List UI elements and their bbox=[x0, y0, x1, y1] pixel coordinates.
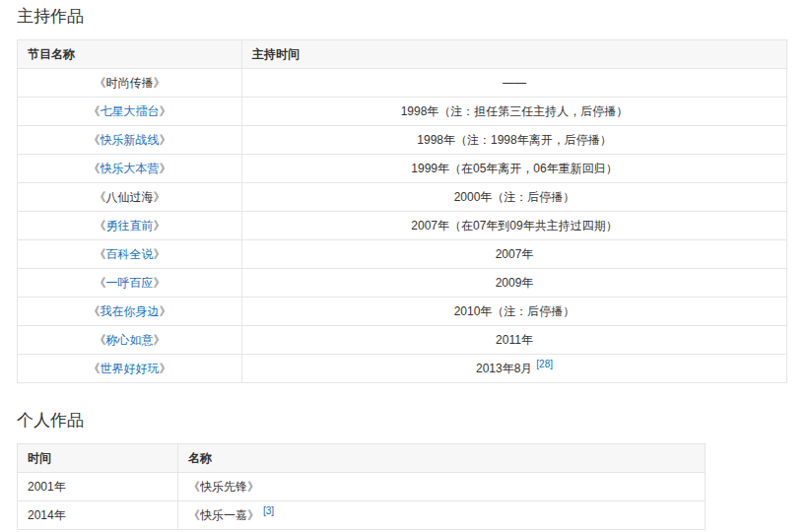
cell-text: 1998年（注：担任第三任主持人，后停播） bbox=[401, 104, 629, 118]
table-cell: 2013年8月[28] bbox=[242, 355, 787, 383]
table-cell: 2001年 bbox=[18, 473, 178, 501]
column-header-name: 名称 bbox=[178, 444, 706, 473]
program-link[interactable]: 一呼百应 bbox=[106, 276, 154, 290]
reference-link[interactable]: [28] bbox=[536, 359, 553, 369]
table-cell: 《百科全说》 bbox=[18, 240, 242, 269]
bracket-close: 》 bbox=[154, 247, 166, 261]
table-row: 《八仙过海》2000年（注：后停播） bbox=[18, 183, 787, 212]
table-row: 《我在你身边》2010年（注：后停播） bbox=[18, 298, 787, 326]
table-cell: 《快乐新战线》 bbox=[18, 126, 242, 155]
table-cell: 《世界好好玩》 bbox=[18, 355, 242, 383]
hosted-works-table: 节目名称 主持时间 《时尚传播》——《七星大擂台》1998年（注：担任第三任主持… bbox=[17, 39, 787, 383]
table-header-row: 节目名称 主持时间 bbox=[18, 40, 787, 69]
bracket-open: 《 bbox=[95, 276, 106, 290]
table-cell: 2007年 bbox=[242, 240, 787, 269]
bracket-open: 《 bbox=[89, 162, 101, 175]
table-cell: 2011年 bbox=[242, 326, 787, 355]
table-cell: 《快乐大本营》 bbox=[18, 155, 242, 183]
bracket-open: 《 bbox=[188, 480, 200, 494]
table-row: 《世界好好玩》2013年8月[28] bbox=[18, 355, 787, 383]
cell-text: 2011年 bbox=[496, 333, 533, 347]
bracket-close: 》 bbox=[154, 276, 166, 290]
article-content: 主持作品 节目名称 主持时间 《时尚传播》——《七星大擂台》1998年（注：担任… bbox=[0, 0, 809, 532]
cell-text: 2001年 bbox=[28, 480, 66, 494]
personal-works-table: 时间 名称 2001年《快乐先锋》2014年《快乐一嘉》[3] bbox=[17, 443, 706, 530]
column-header-hosting-time: 主持时间 bbox=[242, 40, 787, 69]
bracket-open: 《 bbox=[95, 333, 106, 347]
bracket-close: 》 bbox=[247, 480, 259, 494]
bracket-open: 《 bbox=[95, 190, 106, 204]
program-link[interactable]: 快乐新战线 bbox=[101, 133, 160, 147]
bracket-close: 》 bbox=[160, 104, 171, 118]
table-row: 2014年《快乐一嘉》[3] bbox=[18, 501, 706, 530]
table-cell: 2010年（注：后停播） bbox=[242, 298, 787, 326]
table-cell: 《快乐先锋》 bbox=[178, 473, 706, 501]
bracket-open: 《 bbox=[95, 219, 106, 233]
table-row: 《勇往直前》2007年（在07年到09年共主持过四期） bbox=[18, 212, 787, 240]
table-cell: 1998年（注：担任第三任主持人，后停播） bbox=[242, 98, 787, 126]
table-cell: 2007年（在07年到09年共主持过四期） bbox=[242, 212, 787, 240]
table-row: 《百科全说》2007年 bbox=[18, 240, 787, 269]
table-cell: 1999年（在05年离开，06年重新回归） bbox=[242, 155, 787, 183]
column-header-time: 时间 bbox=[18, 444, 178, 473]
table-cell: 2000年（注：后停播） bbox=[242, 183, 787, 212]
program-link[interactable]: 百科全说 bbox=[106, 247, 154, 261]
cell-text: 2007年 bbox=[496, 247, 534, 261]
bracket-close: 》 bbox=[154, 219, 166, 233]
table-row: 《称心如意》2011年 bbox=[18, 326, 787, 355]
table-row: 《一呼百应》2009年 bbox=[18, 269, 787, 298]
bracket-open: 《 bbox=[89, 362, 101, 375]
cell-text: 时尚传播 bbox=[106, 76, 154, 90]
program-link[interactable]: 七星大擂台 bbox=[101, 104, 160, 118]
table-cell: 《称心如意》 bbox=[18, 326, 242, 355]
table-cell: —— bbox=[242, 69, 787, 98]
hosted-works-section: 主持作品 节目名称 主持时间 《时尚传播》——《七星大擂台》1998年（注：担任… bbox=[17, 6, 809, 383]
column-header-program-name: 节目名称 bbox=[18, 40, 242, 69]
program-link[interactable]: 称心如意 bbox=[106, 333, 154, 347]
bracket-close: 》 bbox=[154, 190, 166, 204]
bracket-close: 》 bbox=[247, 508, 259, 522]
table-cell: 2009年 bbox=[242, 269, 787, 298]
cell-text: 2000年（注：后停播） bbox=[454, 190, 575, 204]
bracket-open: 《 bbox=[95, 247, 106, 261]
table-cell: 《时尚传播》 bbox=[18, 69, 242, 98]
cell-text: 1998年（注：1998年离开，后停播） bbox=[417, 133, 611, 147]
cell-text: 2007年（在07年到09年共主持过四期） bbox=[411, 219, 617, 233]
bracket-open: 《 bbox=[89, 104, 101, 118]
cell-text: 2013年8月 bbox=[476, 362, 532, 375]
section-title-hosted-works: 主持作品 bbox=[17, 6, 809, 28]
table-cell: 《一呼百应》 bbox=[18, 269, 242, 298]
table-row: 《快乐新战线》1998年（注：1998年离开，后停播） bbox=[18, 126, 787, 155]
cell-text: —— bbox=[503, 76, 526, 90]
bracket-close: 》 bbox=[160, 362, 171, 375]
bracket-close: 》 bbox=[160, 133, 171, 147]
bracket-close: 》 bbox=[160, 304, 171, 318]
bracket-close: 》 bbox=[160, 162, 171, 175]
cell-text: 2010年（注：后停播） bbox=[454, 304, 575, 318]
bracket-close: 》 bbox=[154, 76, 166, 90]
table-row: 《快乐大本营》1999年（在05年离开，06年重新回归） bbox=[18, 155, 787, 183]
table-row: 2001年《快乐先锋》 bbox=[18, 473, 706, 501]
table-cell: 《勇往直前》 bbox=[18, 212, 242, 240]
cell-text: 快乐一嘉 bbox=[200, 508, 247, 522]
table-cell: 2014年 bbox=[18, 501, 178, 530]
program-link[interactable]: 勇往直前 bbox=[106, 219, 154, 233]
cell-text: 2009年 bbox=[496, 276, 534, 290]
table-cell: 《我在你身边》 bbox=[18, 298, 242, 326]
program-link[interactable]: 世界好好玩 bbox=[101, 362, 160, 375]
program-link[interactable]: 我在你身边 bbox=[101, 304, 160, 318]
cell-text: 八仙过海 bbox=[106, 190, 154, 204]
table-cell: 《七星大擂台》 bbox=[18, 98, 242, 126]
table-cell: 《八仙过海》 bbox=[18, 183, 242, 212]
table-header-row: 时间 名称 bbox=[18, 444, 706, 473]
section-title-personal-works: 个人作品 bbox=[17, 410, 809, 432]
table-row: 《时尚传播》—— bbox=[18, 69, 787, 98]
program-link[interactable]: 快乐大本营 bbox=[101, 162, 160, 175]
bracket-open: 《 bbox=[89, 304, 101, 318]
cell-text: 1999年（在05年离开，06年重新回归） bbox=[411, 162, 617, 175]
bracket-close: 》 bbox=[154, 333, 166, 347]
reference-link[interactable]: [3] bbox=[263, 505, 274, 516]
bracket-open: 《 bbox=[89, 133, 101, 147]
cell-text: 快乐先锋 bbox=[200, 480, 247, 494]
personal-works-section: 个人作品 时间 名称 2001年《快乐先锋》2014年《快乐一嘉》[3] bbox=[17, 410, 809, 530]
